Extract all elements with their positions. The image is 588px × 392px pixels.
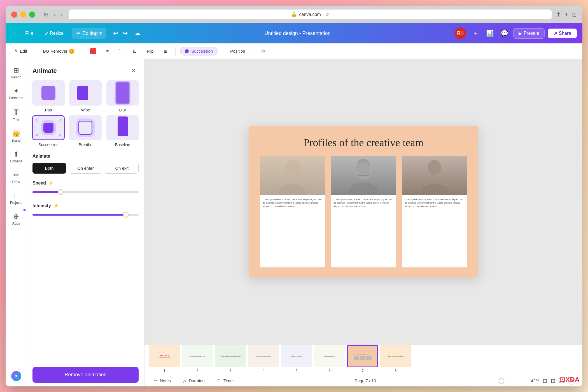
sidebar-item-design[interactable]: ⊞ Design [7, 64, 26, 82]
comments-btn[interactable]: 💬 [499, 28, 510, 39]
speed-slider[interactable] [32, 191, 139, 193]
undo-btn[interactable]: ↩ [112, 29, 119, 38]
draw-icon: ✏ [13, 171, 19, 179]
analytics-btn[interactable]: 📊 [484, 28, 495, 39]
share-page-btn[interactable]: ⬆ [556, 11, 561, 18]
animation-option-wipe[interactable]: Wipe [68, 80, 102, 112]
thumbnail-2[interactable]: Origin of the creative idea [182, 345, 213, 367]
sidebar-toggle-btn[interactable]: ⊞ [42, 11, 50, 18]
sidebar-item-uploads[interactable]: ⬆ Uploads [7, 148, 26, 166]
header-left: ☰ File ⤢ Resize ✏ Editing ▾ ↩ ↪ ☁ [11, 28, 141, 39]
text-icon: T [14, 108, 18, 117]
redo-btn[interactable]: ↪ [122, 29, 129, 38]
profile-text-3: Lorem ipsum dolor sit amet, consectetur … [402, 195, 467, 267]
slide-title: Profiles of the creative team [260, 136, 467, 149]
grid-view-btn[interactable]: ⊡ [543, 377, 547, 384]
resize-icon: ⤢ [45, 31, 48, 36]
color-picker-btn[interactable] [87, 46, 100, 56]
mini-photo-3 [366, 356, 372, 360]
flip-btn[interactable]: Flip [143, 47, 157, 55]
bg-remover-btn[interactable]: BG Remover ⚡ [40, 47, 78, 55]
adjustments-btn[interactable]: ⚙ [258, 47, 268, 55]
profile-photo-1 [260, 156, 325, 195]
add-collaborator-btn[interactable]: + [470, 28, 481, 39]
sidebar-item-apps[interactable]: ⊕ Apps 88 [7, 210, 26, 228]
canvas-main[interactable]: Profiles of the creative team [144, 59, 582, 345]
zoom-slider[interactable] [494, 380, 528, 381]
edit-btn[interactable]: ✎ Edit [11, 47, 31, 55]
notes-btn[interactable]: ✏ Notes [151, 377, 174, 385]
thumbnail-6[interactable]: Creation process [314, 345, 345, 367]
share-btn[interactable]: ↗ Share [548, 29, 577, 38]
profile-text-2: Lorem ipsum dolor sit amet, consectetur … [331, 195, 396, 267]
avatar[interactable]: RH [454, 27, 466, 39]
address-bar[interactable]: 🔒 canva.com ↺ [69, 10, 552, 19]
thumbnail-8[interactable]: Roles and responsibilities [380, 345, 411, 367]
magic-tools-btn[interactable]: ✦ [7, 368, 26, 384]
close-window-btn[interactable] [11, 11, 17, 18]
canvas-area: Profiles of the creative team [144, 59, 582, 386]
intensity-slider[interactable] [32, 214, 139, 216]
back-btn[interactable]: ‹ [52, 11, 57, 18]
profile-photo-2 [331, 156, 396, 195]
grid-btn[interactable]: ⊞ [160, 47, 171, 55]
present-btn[interactable]: ▶ Present [513, 28, 544, 39]
thumbnail-3[interactable]: Vision and mission of the project [215, 345, 246, 367]
thumbnail-grid-btn[interactable]: ⊞ [551, 377, 556, 384]
thumbnail-4[interactable]: Inspiration and creativity [248, 345, 279, 367]
animation-option-blur[interactable]: Blur [106, 80, 140, 112]
lines-btn[interactable]: ≡ [103, 47, 112, 55]
header-right: RH + 📊 💬 ▶ Present ↗ Share [454, 27, 577, 39]
corner-btn[interactable]: ⌒ [115, 47, 126, 55]
duration-btn[interactable]: ▷ Duration [180, 377, 207, 385]
maximize-window-btn[interactable] [29, 11, 35, 18]
on-exit-btn[interactable]: On exit [105, 163, 139, 174]
timer-btn[interactable]: ⏱ Timer [214, 377, 237, 385]
person-silhouette-3 [402, 156, 467, 195]
sidebar-item-draw[interactable]: ✏ Draw [7, 168, 26, 187]
minimize-window-btn[interactable] [20, 11, 26, 18]
animation-option-succession[interactable]: ↖ ↗ ↙ ↘ Succession [31, 115, 66, 147]
panel-title: Animate [32, 67, 57, 74]
thumbnail-5[interactable]: Ideation process [281, 345, 312, 367]
remove-animation-btn[interactable]: Remove animation [32, 367, 139, 383]
editing-btn[interactable]: ✏ Editing ▾ [72, 28, 106, 39]
sidebar-item-projects[interactable]: □ Projects [7, 189, 26, 207]
present-label: Present [524, 31, 539, 36]
animation-option-pop[interactable]: Pop [31, 80, 66, 112]
speed-text: Speed [32, 181, 46, 186]
thumbnail-7[interactable]: Profiles of the creative team [347, 345, 378, 367]
on-enter-btn[interactable]: On enter [69, 163, 102, 174]
file-menu-btn[interactable]: File [22, 29, 36, 38]
succession-btn[interactable]: Succession [180, 47, 218, 55]
animation-option-baseline[interactable]: Baseline [106, 115, 140, 147]
position-btn[interactable]: Position [227, 47, 248, 55]
forward-btn[interactable]: › [59, 11, 64, 18]
both-btn[interactable]: Both [32, 163, 66, 174]
resize-btn[interactable]: ⤢ Resize [42, 29, 66, 38]
sidebar-item-elements[interactable]: ✦ Elements [7, 84, 26, 103]
toolbar-divider-2 [82, 47, 82, 55]
thumb-wrapper-8: Roles and responsibilities 8 [380, 345, 411, 373]
sidebar-item-text[interactable]: T Text [7, 105, 26, 125]
pop-shape [41, 86, 55, 100]
cloud-save-btn[interactable]: ☁ [134, 30, 141, 37]
duration-label: Duration [189, 378, 205, 383]
thumb-wrapper-3: Vision and mission of the project 3 [215, 345, 246, 373]
sidebar-item-brand[interactable]: 👑 Brand [7, 127, 26, 145]
blur-label: Blur [119, 108, 126, 112]
baseline-label: Baseline [115, 143, 130, 147]
color-swatch [90, 48, 96, 54]
toolbar-divider-3 [175, 47, 176, 55]
succession-label: Succession [192, 49, 213, 53]
new-tab-btn[interactable]: + [565, 11, 568, 18]
crop-btn[interactable]: ⊡ [130, 47, 140, 55]
chevron-down-icon: ▾ [99, 30, 102, 36]
panel-close-btn[interactable]: ✕ [129, 66, 139, 76]
tabs-btn[interactable]: ⊡ [572, 11, 577, 18]
thumbnail-1[interactable]: PROJECT PRESENTATION [149, 345, 180, 367]
arrow-tl: ↖ [35, 118, 39, 123]
animation-option-breathe[interactable]: Breathe [68, 115, 102, 147]
hamburger-menu-btn[interactable]: ☰ [11, 30, 17, 37]
animate-buttons: Both On enter On exit [32, 163, 139, 174]
